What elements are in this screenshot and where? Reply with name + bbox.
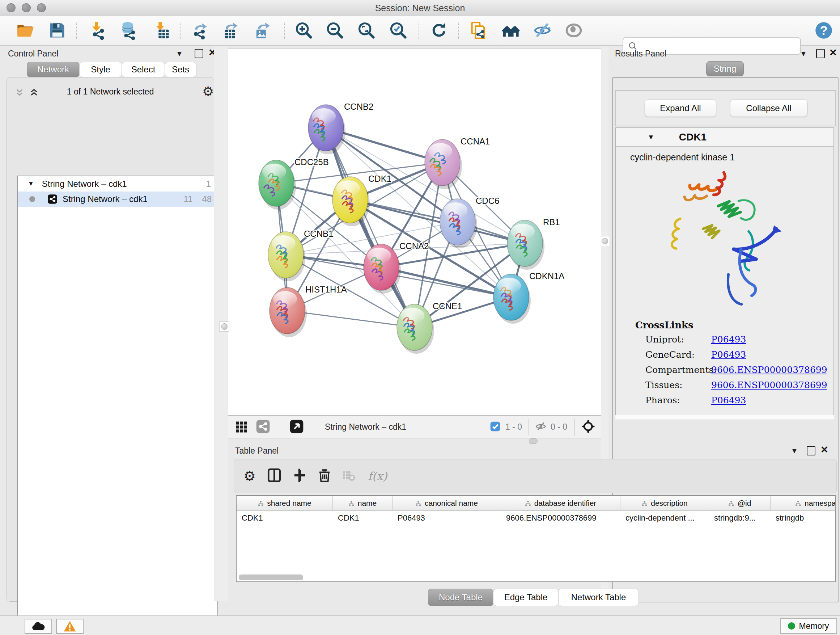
expand-all-button[interactable]: Expand All — [645, 100, 716, 117]
open-view-in-window-icon[interactable] — [289, 419, 304, 435]
crosslink-label: Pharos: — [645, 395, 711, 405]
add-column-icon[interactable] — [293, 468, 307, 484]
close-panel-icon[interactable]: ✕ — [821, 446, 829, 453]
zoom-selected-button[interactable] — [387, 19, 409, 41]
collapse-all-button[interactable]: Collapse All — [730, 100, 807, 117]
zoom-fit-button[interactable] — [355, 19, 377, 41]
tab-network-table[interactable]: Network Table — [558, 589, 639, 606]
export-table-button[interactable] — [219, 19, 241, 41]
table-row[interactable]: CDK1CDK1P064939606.ENSP00000378699cyclin… — [237, 511, 835, 525]
network-node-CCNA1[interactable]: CCNA1 — [425, 136, 490, 189]
results-buttons-box: Expand All Collapse All — [615, 90, 836, 126]
memory-button[interactable]: Memory — [780, 618, 837, 634]
float-panel-icon[interactable]: ▼ — [800, 50, 807, 58]
import-network-from-file-button[interactable] — [87, 19, 109, 41]
first-neighbors-button[interactable] — [500, 19, 522, 41]
delete-table-icon[interactable] — [342, 469, 355, 484]
crosslink-row: Pharos:P06493 — [645, 395, 834, 405]
string-app-icon[interactable] — [256, 419, 270, 435]
birds-eye-crosshair-icon[interactable] — [581, 419, 596, 435]
network-node-CCNE1[interactable]: CCNE1 — [397, 301, 462, 354]
network-node-CDC6[interactable]: CDC6 — [440, 196, 499, 249]
function-builder-button[interactable]: f(x) — [368, 470, 387, 483]
hidden-eye-slash-icon[interactable] — [535, 420, 547, 434]
table-horizontal-scrollbar[interactable] — [239, 575, 833, 580]
crosslink-link[interactable]: P06493 — [711, 395, 746, 405]
table-cell: 9606.ENSP00000378699 — [501, 511, 621, 525]
column-header-shared-name[interactable]: shared name — [237, 496, 333, 510]
collapse-arrow-icon[interactable]: ▼ — [647, 133, 654, 141]
network-options-gear-icon[interactable]: ⚙ — [202, 84, 214, 99]
maximize-panel-icon[interactable] — [195, 49, 203, 58]
open-session-button[interactable] — [14, 19, 36, 41]
float-panel-icon[interactable]: ▼ — [176, 50, 183, 58]
tab-network[interactable]: Network — [27, 62, 80, 77]
tree-expand-arrow-icon[interactable]: ▼ — [28, 180, 34, 187]
save-session-button[interactable] — [46, 19, 68, 41]
network-node-CCNB1[interactable]: CCNB1 — [268, 229, 333, 281]
delete-column-trash-icon[interactable] — [317, 468, 332, 484]
network-node-HIST1H1A[interactable]: HIST1H1A — [270, 285, 347, 337]
scrollbar-thumb[interactable] — [239, 575, 303, 580]
crosslink-link[interactable]: 9606.ENSP00000378699 — [711, 364, 827, 375]
close-panel-icon[interactable]: ✕ — [829, 49, 837, 56]
column-header-namespac[interactable]: namespac — [771, 496, 836, 510]
export-image-button[interactable] — [251, 19, 273, 41]
node-table[interactable]: shared namenamecanonical namedatabase id… — [236, 495, 836, 582]
export-network-button[interactable] — [189, 19, 210, 41]
crosslink-label: GeneCard: — [645, 349, 711, 360]
network-node-CCNB2[interactable]: CCNB2 — [308, 102, 373, 154]
import-table-from-file-button[interactable] — [151, 19, 172, 41]
warning-status-button[interactable] — [56, 619, 84, 634]
refresh-button[interactable] — [428, 19, 450, 41]
network-row-selected[interactable]: String Network – cdk11148 — [18, 192, 218, 207]
selected-checkbox-icon[interactable] — [489, 421, 501, 434]
crosslink-link[interactable]: 9606.ENSP00000378699 — [711, 380, 827, 390]
column-header--id[interactable]: @id — [709, 496, 771, 510]
maximize-panel-icon[interactable] — [816, 49, 825, 58]
cloud-status-button[interactable] — [25, 619, 52, 634]
column-header-name[interactable]: name — [333, 496, 393, 510]
protein-card-header[interactable]: ▼ CDK1 — [616, 128, 834, 147]
new-network-from-selection-button[interactable] — [467, 19, 489, 41]
import-network-from-database-button[interactable] — [118, 19, 139, 41]
hide-selection-button[interactable] — [531, 19, 553, 41]
network-graph[interactable]: CCNB2CCNA1CDC25BCDK1CDC6RB1CCNB1CCNA2CDK… — [228, 49, 601, 415]
column-header-description[interactable]: description — [621, 496, 709, 510]
help-button[interactable]: ? — [813, 19, 835, 41]
column-header-database-identifier[interactable]: database identifier — [501, 496, 621, 510]
eye-disabled-icon — [564, 21, 583, 40]
float-panel-icon[interactable]: ▼ — [791, 447, 798, 455]
node-count: 11 — [183, 194, 193, 204]
network-view-title: String Network – cdk1 — [325, 422, 406, 432]
show-columns-icon[interactable] — [267, 468, 282, 485]
tab-select[interactable]: Select — [122, 62, 165, 77]
table-cell: CDK1 — [333, 511, 393, 525]
show-all-button[interactable] — [563, 19, 584, 41]
string-network-icon — [47, 194, 57, 204]
left-splitter[interactable] — [214, 46, 228, 601]
tab-node-table[interactable]: Node Table — [428, 589, 493, 606]
tab-edge-table[interactable]: Edge Table — [493, 589, 559, 606]
network-node-RB1[interactable]: RB1 — [507, 217, 560, 270]
tab-sets[interactable]: Sets — [164, 62, 196, 77]
network-node-CDKN1A[interactable]: CDKN1A — [493, 271, 564, 324]
network-collection-row[interactable]: ▼String Network – cdk11 — [18, 176, 218, 192]
tab-string[interactable]: String — [706, 61, 744, 76]
zoom-out-button[interactable] — [324, 19, 346, 41]
tab-style[interactable]: Style — [79, 62, 122, 77]
collection-label: String Network – cdk1 — [42, 179, 127, 189]
zoom-in-button[interactable] — [293, 19, 315, 41]
node-label-CCNB1: CCNB1 — [304, 229, 333, 239]
crosslink-link[interactable]: P06493 — [711, 334, 746, 345]
maximize-panel-icon[interactable] — [807, 446, 815, 455]
network-node-CCNA2[interactable]: CCNA2 — [363, 241, 429, 294]
crosslink-link[interactable]: P06493 — [711, 349, 746, 360]
help-icon: ? — [814, 21, 833, 40]
table-options-gear-icon[interactable]: ⚙ — [243, 468, 256, 484]
network-canvas[interactable]: CCNB2CCNA1CDC25BCDK1CDC6RB1CCNB1CCNA2CDK… — [228, 48, 601, 416]
column-header-canonical-name[interactable]: canonical name — [393, 496, 501, 510]
grid-view-icon[interactable] — [235, 420, 248, 434]
bottom-splitter[interactable] — [228, 439, 601, 443]
left-splitter-handle[interactable] — [219, 321, 229, 332]
